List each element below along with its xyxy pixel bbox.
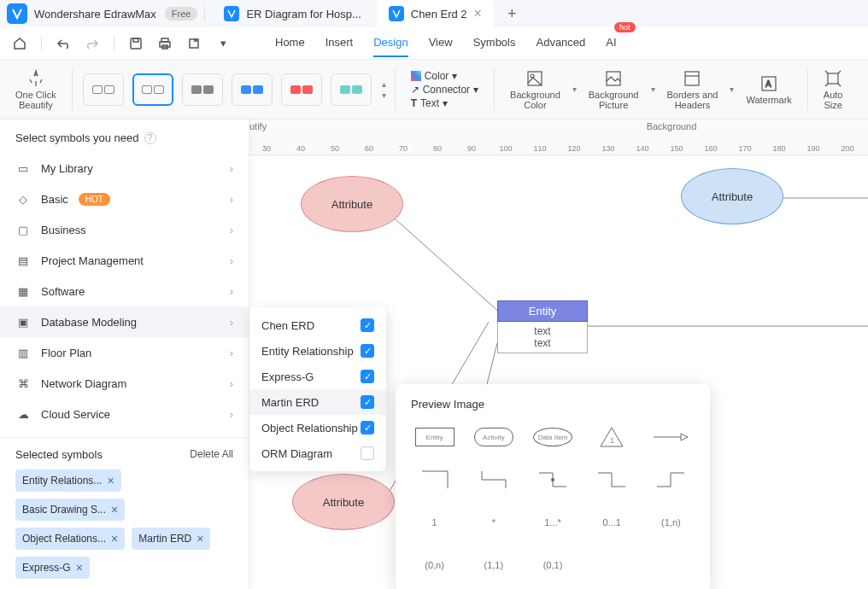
chip-martin-erd[interactable]: Martin ERD×	[132, 528, 210, 550]
shape-arrow[interactable]	[649, 424, 692, 450]
text-dropdown[interactable]: TText ▾	[411, 97, 478, 109]
tab-chen-erd[interactable]: Chen Erd 2 ×	[377, 0, 494, 27]
shape-star[interactable]: *	[472, 510, 515, 535]
card-11[interactable]: (1,1)	[472, 552, 515, 578]
checkbox[interactable]: ✓	[361, 318, 374, 332]
ruler-tick: 160	[694, 144, 728, 153]
attribute-node-3[interactable]: Attribute	[292, 474, 395, 530]
sidebar-item-software[interactable]: ▦Software›	[0, 276, 249, 306]
shape-activity[interactable]: Activity	[472, 424, 515, 450]
autosize-button[interactable]: Auto Size	[817, 69, 850, 110]
menu-home[interactable]: Home	[275, 29, 305, 57]
shape-triangle[interactable]: 1	[590, 424, 633, 450]
theme-up-icon[interactable]: ▴	[382, 79, 386, 89]
card-1n[interactable]: 1...*	[531, 510, 574, 535]
bg-picture-button[interactable]: Background Picture	[582, 69, 646, 110]
sidebar-item-my-library[interactable]: ▭My Library›	[0, 153, 249, 184]
chip-entity-relations-[interactable]: Entity Relations...×	[15, 469, 121, 492]
color-dropdown[interactable]: Color ▾	[411, 70, 478, 82]
sidebar-item-engineering[interactable]: ⚙Engineering›	[0, 429, 249, 437]
submenu-entity-relationship[interactable]: Entity Relationship✓	[249, 338, 386, 364]
shape-conn-3[interactable]	[590, 467, 633, 493]
chevron-right-icon: ›	[230, 285, 233, 298]
shape-bracket[interactable]	[413, 467, 456, 493]
sidebar-item-business[interactable]: ▢Business›	[0, 214, 249, 245]
one-click-beautify-button[interactable]: One Click Beautify	[9, 69, 63, 110]
sidebar-item-floor-plan[interactable]: ▥Floor Plan›	[0, 337, 249, 368]
connector-dropdown[interactable]: ↗Connector ▾	[411, 84, 478, 96]
submenu-label: ORM Diagram	[261, 447, 332, 460]
shape-one[interactable]: 1	[413, 510, 456, 535]
undo-button[interactable]	[52, 32, 74, 55]
submenu-express-g[interactable]: Express-G✓	[249, 364, 386, 389]
menu-symbols[interactable]: Symbols	[473, 29, 516, 57]
checkbox[interactable]: ✓	[361, 421, 374, 434]
export-button[interactable]	[183, 32, 205, 55]
attribute-node-2[interactable]: Attribute	[681, 168, 783, 225]
card-01[interactable]: 0...1	[590, 510, 633, 535]
theme-down-icon[interactable]: ▾	[382, 90, 386, 100]
submenu-chen-erd[interactable]: Chen ERD✓	[249, 312, 386, 338]
chip-object-relations-[interactable]: Object Relations...×	[15, 528, 125, 550]
chevron-down-icon[interactable]: ▾	[730, 85, 734, 94]
sidebar-item-network-diagram[interactable]: ⌘Network Diagram›	[0, 368, 249, 399]
tab-label: Chen Erd 2	[411, 8, 467, 20]
theme-1[interactable]	[83, 73, 124, 106]
chip-remove-icon[interactable]: ×	[111, 532, 118, 545]
card-1n2[interactable]: (1,n)	[649, 510, 692, 535]
checkbox[interactable]: ✓	[361, 344, 374, 358]
save-button[interactable]	[125, 32, 147, 55]
shape-conn-1[interactable]	[472, 467, 515, 493]
shape-dataitem[interactable]: Data Item	[531, 424, 574, 450]
theme-2[interactable]	[132, 73, 173, 106]
shape-entity[interactable]: Entity	[413, 424, 456, 450]
shape-conn-2[interactable]	[531, 467, 574, 493]
checkbox[interactable]: ✓	[361, 370, 374, 383]
chip-remove-icon[interactable]: ×	[107, 474, 114, 487]
card-01b[interactable]: (0,1)	[531, 552, 574, 578]
theme-4[interactable]	[232, 73, 273, 106]
menu-view[interactable]: View	[429, 29, 453, 57]
print-button[interactable]	[154, 32, 176, 55]
svg-rect-9	[685, 72, 699, 85]
delete-all-button[interactable]: Delete All	[190, 448, 233, 461]
tab-er-diagram[interactable]: ER Diagram for Hosp...	[212, 0, 372, 27]
svg-point-7	[531, 74, 534, 78]
chevron-down-icon[interactable]: ▾	[651, 85, 655, 94]
theme-6[interactable]	[331, 73, 372, 106]
menu-design[interactable]: Design	[373, 29, 408, 57]
chip-remove-icon[interactable]: ×	[76, 561, 83, 574]
sidebar-item-database-modeling[interactable]: ▣Database Modeling›	[0, 306, 249, 337]
sidebar-item-cloud-service[interactable]: ☁Cloud Service›	[0, 399, 249, 429]
checkbox[interactable]	[361, 446, 374, 460]
menu-ai[interactable]: AI hot	[606, 29, 616, 57]
menu-advanced[interactable]: Advanced	[536, 29, 585, 57]
theme-3[interactable]	[182, 73, 223, 106]
chip-express-g[interactable]: Express-G×	[15, 557, 90, 579]
sidebar-item-project-management[interactable]: ▤Project Management›	[0, 245, 249, 276]
chip-basic-drawing-s-[interactable]: Basic Drawing S...×	[15, 499, 125, 521]
help-icon[interactable]: ?	[144, 132, 156, 144]
menu-insert[interactable]: Insert	[326, 29, 354, 57]
theme-5[interactable]	[281, 73, 322, 106]
home-button[interactable]	[9, 32, 31, 55]
sidebar-item-basic[interactable]: ◇BasicHOT›	[0, 184, 249, 214]
more-dropdown[interactable]: ▾	[212, 32, 234, 55]
chip-remove-icon[interactable]: ×	[196, 532, 203, 545]
close-icon[interactable]: ×	[474, 6, 482, 21]
borders-button[interactable]: Borders and Headers	[660, 69, 725, 110]
submenu-martin-erd[interactable]: Martin ERD✓	[249, 389, 386, 415]
card-0n[interactable]: (0,n)	[413, 552, 456, 578]
submenu-orm-diagram[interactable]: ORM Diagram	[249, 440, 386, 466]
watermark-button[interactable]: A Watermark	[739, 74, 798, 105]
entity-node[interactable]: Entity text text	[497, 300, 588, 353]
bg-color-button[interactable]: Background Color	[503, 69, 567, 110]
attribute-node-1[interactable]: Attribute	[301, 176, 403, 232]
shape-conn-4[interactable]	[649, 467, 692, 493]
chevron-down-icon[interactable]: ▾	[572, 85, 577, 94]
checkbox[interactable]: ✓	[361, 395, 374, 409]
add-tab-button[interactable]: +	[497, 5, 527, 23]
redo-button[interactable]	[81, 32, 103, 55]
chip-remove-icon[interactable]: ×	[111, 503, 118, 516]
submenu-object-relationship[interactable]: Object Relationship✓	[249, 415, 386, 440]
